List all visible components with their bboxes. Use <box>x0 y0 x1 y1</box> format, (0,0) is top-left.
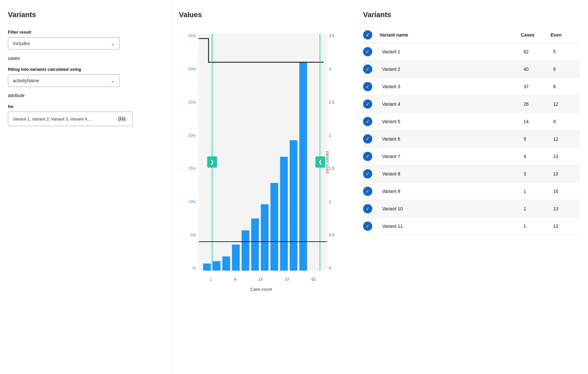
svg-rect-0 <box>203 263 211 271</box>
variant-cases-5: 14 <box>521 119 551 124</box>
variant-cases-11: 1 <box>521 224 551 229</box>
row-check-8[interactable]: ✓ <box>363 169 372 178</box>
variant-tags-box[interactable]: Variant 1, Variant 2, Variant 3, Variant… <box>8 112 133 126</box>
row-check-4[interactable]: ✓ <box>363 99 372 109</box>
y-left-label-25: 25% <box>188 100 196 105</box>
variant-events-4: 12 <box>551 101 580 107</box>
row-check-10[interactable]: ✓ <box>363 204 372 213</box>
variant-name-2: Variant 2 <box>380 67 521 72</box>
y-left-label-30: 30% <box>188 67 196 71</box>
variant-cases-6: 9 <box>521 136 551 142</box>
svg-rect-10 <box>299 62 307 271</box>
chevron-down-icon-2: ⌄ <box>111 78 115 83</box>
variant-events-2: 9 <box>551 67 580 72</box>
row-check-5[interactable]: ✓ <box>363 117 372 126</box>
cases-label: cases <box>8 56 160 61</box>
table-row: ✓ Variant 11 1 13 <box>363 218 580 235</box>
row-check-3[interactable]: ✓ <box>363 82 372 91</box>
table-row: ✓ Variant 10 1 13 <box>363 200 580 218</box>
svg-rect-2 <box>222 256 230 271</box>
left-panel: Variants Filter result Includes ⌄ cases … <box>0 0 171 374</box>
table-row: ✓ Variant 2 40 9 <box>363 61 580 78</box>
filter-result-label: Filter result <box>8 30 160 35</box>
row-check-1[interactable]: ✓ <box>363 47 372 56</box>
y-right-label-1: 1 <box>329 200 331 204</box>
chart-area <box>199 34 327 271</box>
table-row: ✓ Variant 6 9 12 <box>363 130 580 148</box>
variant-events-11: 13 <box>551 224 580 229</box>
y-axis-left: 35% 30% 25% 20% 15% 10% 5% % <box>179 34 198 271</box>
y-left-label-15: 15% <box>188 166 196 171</box>
left-arrow-button[interactable]: ❯ <box>207 156 217 168</box>
y-right-label-05: 0.5 <box>329 233 334 237</box>
x-label-14: 14 <box>258 277 263 282</box>
bar-chart-svg <box>199 34 327 271</box>
for-label: for <box>8 104 160 109</box>
header-check-icon[interactable]: ✓ <box>363 30 372 40</box>
y-left-label-10: 10% <box>188 200 196 204</box>
variant-cases-4: 26 <box>521 101 551 107</box>
col-header-name: Variant name <box>380 32 521 38</box>
table-row: ✓ Variant 4 26 12 <box>363 95 580 113</box>
y-left-label-0: % <box>192 266 196 271</box>
table-header: ✓ Variant name Cases Even <box>363 27 580 43</box>
variant-events-7: 13 <box>551 154 580 159</box>
right-panel-title: Variants <box>363 11 580 19</box>
variant-name-1: Variant 1 <box>380 49 521 54</box>
x-axis-labels: 1 4 14 37 62 <box>199 277 327 282</box>
row-check-2[interactable]: ✓ <box>363 65 372 74</box>
svg-rect-4 <box>242 230 249 271</box>
svg-rect-3 <box>232 245 239 271</box>
svg-rect-6 <box>261 204 268 271</box>
svg-rect-7 <box>270 183 278 271</box>
svg-rect-9 <box>290 140 297 271</box>
chart-container: 35% 30% 25% 20% 15% 10% 5% % Relative to… <box>179 27 343 297</box>
row-check-7[interactable]: ✓ <box>363 152 372 161</box>
attribute-value: activityName <box>13 78 39 83</box>
variant-cases-10: 1 <box>521 206 551 211</box>
x-label-1: 1 <box>210 277 212 282</box>
table-row: ✓ Variant 3 37 8 <box>363 78 580 95</box>
y-right-label-0: 0 <box>329 266 331 271</box>
variant-cases-7: 4 <box>521 154 551 159</box>
right-arrow-button[interactable]: ❮ <box>315 156 325 168</box>
left-teal-line <box>212 34 212 271</box>
row-check-11[interactable]: ✓ <box>363 222 372 231</box>
variant-events-3: 8 <box>551 84 580 89</box>
y-left-label-5: 5% <box>190 233 196 237</box>
filter-result-value: Includes <box>13 41 30 46</box>
left-panel-title: Variants <box>8 11 160 19</box>
row-check-6[interactable]: ✓ <box>363 134 372 144</box>
y-left-label-35: 35% <box>188 34 196 38</box>
middle-panel-title: Values <box>179 11 347 19</box>
right-teal-line <box>320 34 320 271</box>
x-label-4: 4 <box>234 277 236 282</box>
right-panel: Variants ✓ Variant name Cases Even ✓ Var… <box>355 0 588 374</box>
y-right-label-35: 3.5 <box>329 34 334 38</box>
variant-cases-8: 3 <box>521 171 551 176</box>
filter-result-select[interactable]: Includes ⌄ <box>8 37 120 50</box>
y-axis-right: 3.5 3 2.5 2 1.5 1 0.5 0 <box>328 34 343 271</box>
attribute-label: attribute <box>8 93 160 98</box>
header-check-cell: ✓ <box>363 30 380 40</box>
variant-cases-9: 1 <box>521 189 551 194</box>
row-check-9[interactable]: ✓ <box>363 187 372 196</box>
variant-name-10: Variant 10 <box>380 206 521 211</box>
attribute-select[interactable]: activityName ⌄ <box>8 74 120 87</box>
table-row: ✓ Variant 1 62 5 <box>363 43 580 61</box>
variant-name-7: Variant 7 <box>380 154 521 159</box>
chevron-down-icon: ⌄ <box>111 41 115 46</box>
for-value: Variant 1, Variant 2, Variant 3, Variant… <box>13 117 114 121</box>
fitting-label: fitting into variants calculated using <box>8 67 160 72</box>
variant-events-8: 13 <box>551 171 580 176</box>
variant-name-4: Variant 4 <box>380 101 521 107</box>
table-row: ✓ Variant 7 4 13 <box>363 148 580 165</box>
svg-rect-1 <box>213 261 220 271</box>
variant-events-6: 12 <box>551 136 580 142</box>
svg-rect-8 <box>280 157 288 271</box>
variant-cases-2: 40 <box>521 67 551 72</box>
variant-events-1: 5 <box>551 49 580 54</box>
variant-name-3: Variant 3 <box>380 84 521 89</box>
variant-name-8: Variant 8 <box>380 171 521 176</box>
variant-name-9: Variant 9 <box>380 189 521 194</box>
